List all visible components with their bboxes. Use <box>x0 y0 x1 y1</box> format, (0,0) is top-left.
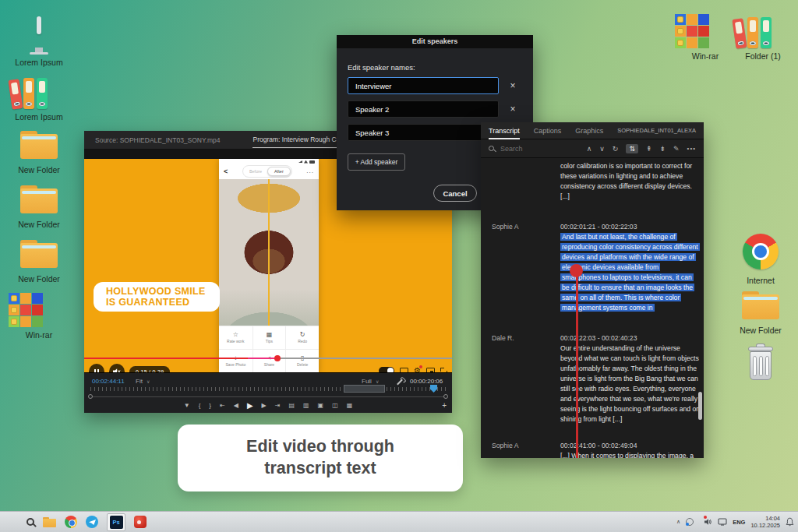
find-next-icon[interactable]: ∨ <box>599 145 605 153</box>
remove-speaker-icon[interactable]: × <box>507 103 519 115</box>
folder-icon <box>20 185 58 213</box>
desktop-icon-winrar-right[interactable]: Win-rar <box>675 14 736 61</box>
transcript-entry[interactable]: color calibration is so important to cor… <box>492 161 694 202</box>
zoom-handle-left[interactable] <box>88 394 93 399</box>
desktop-icon-new-folder-1[interactable]: New Folder <box>9 131 69 174</box>
speaker-name-input-1[interactable] <box>348 77 499 94</box>
transcript-text[interactable]: [...] When it comes to displaying the im… <box>560 451 699 458</box>
speaker-visibility-icon[interactable]: ⇅ <box>626 144 638 153</box>
language-indicator[interactable]: ENG <box>733 519 745 526</box>
volume-tray-icon[interactable] <box>704 518 712 526</box>
go-to-out-button[interactable]: ⇥ <box>275 402 281 410</box>
speaker-name-input-3[interactable] <box>348 124 499 141</box>
photoshop-taskbar-icon[interactable]: Ps <box>107 513 125 531</box>
tab-source-monitor[interactable]: Source: SOPHIEDALE_INT03_SONY.mp4 <box>95 136 220 144</box>
play-button[interactable]: ▶ <box>247 402 253 410</box>
transcript-toolbar: Search ∧ ∨ ↻ ⇅ ⇞ ⇟ ✎ ••• <box>481 139 704 158</box>
red-app-taskbar-icon[interactable] <box>134 516 147 528</box>
extract-button[interactable]: ▥ <box>303 402 309 410</box>
video-progress-buffer <box>248 358 277 359</box>
search-input[interactable]: Search <box>500 145 523 153</box>
telegram-taskbar-icon[interactable] <box>86 516 98 528</box>
sync-status-icon[interactable] <box>686 518 694 526</box>
video-progress-handle[interactable] <box>274 355 281 361</box>
zoom-dropdown[interactable]: Full∨ <box>362 378 379 385</box>
binders-icon <box>733 16 773 48</box>
refresh-transcript-icon[interactable]: ↻ <box>613 145 619 153</box>
step-back-button[interactable]: ◀ <box>234 402 238 410</box>
pause-button[interactable] <box>89 364 104 372</box>
desktop-icon-folder-1[interactable]: Folder (1) <box>733 16 793 61</box>
file-explorer-icon[interactable] <box>43 517 56 527</box>
add-marker-button[interactable]: ▼ <box>184 402 190 410</box>
desktop-icon-new-folder-2[interactable]: New Folder <box>9 185 69 229</box>
desktop-icon-internet[interactable]: Internet <box>730 234 791 285</box>
phone-action: ☆Rate work <box>219 326 252 349</box>
zoom-scrollbar[interactable] <box>92 396 444 397</box>
playhead-marker[interactable] <box>430 385 437 393</box>
mark-in-button[interactable]: { <box>199 402 201 410</box>
clock[interactable]: 14:04 10.12.2025 <box>750 515 780 529</box>
folder-icon <box>742 291 779 319</box>
before-after-toggle: Before After <box>242 165 292 178</box>
overlay-toggle[interactable] <box>379 367 394 372</box>
desktop-icon-winrar-left[interactable]: Win-rar <box>9 293 69 340</box>
desktop-icon-new-folder-3[interactable]: New Folder <box>9 240 69 284</box>
lift-button[interactable]: ▤ <box>288 402 295 410</box>
speaker-name-input-2[interactable] <box>348 100 499 118</box>
wrench-settings-icon[interactable] <box>397 379 403 386</box>
tab-transcript[interactable]: Transcript <box>489 127 520 135</box>
transcript-text[interactable]: Our entire understanding of the universe… <box>560 344 699 425</box>
fit-dropdown[interactable]: Fit∨ <box>136 378 150 385</box>
folder-icon <box>20 131 58 159</box>
redo-icon: ↻ <box>300 332 305 338</box>
monitor-icon <box>18 19 60 55</box>
search-icon <box>489 146 494 151</box>
desktop-icon-recycle-bin[interactable] <box>730 343 791 385</box>
zoom-handle-right[interactable] <box>443 394 448 399</box>
multi-camera-button[interactable]: ▦ <box>347 402 353 410</box>
binders-icon <box>9 76 49 109</box>
collapse-down-icon[interactable]: ⇟ <box>660 145 666 153</box>
recycle-bin-icon <box>745 343 776 382</box>
mute-button[interactable] <box>109 364 125 372</box>
desktop-icon-lorem-ipsum-binders[interactable]: Lorem Ipsum <box>9 76 69 122</box>
dialog-title: Edit speakers <box>337 35 533 48</box>
settings-gear-icon[interactable]: ⚙ <box>414 367 421 372</box>
tab-graphics[interactable]: Graphics <box>575 127 603 135</box>
tray-expand-icon[interactable]: ∧ <box>676 519 680 525</box>
start-button[interactable] <box>6 516 18 528</box>
cancel-button[interactable]: Cancel <box>433 185 477 202</box>
notification-bell-icon[interactable] <box>786 517 794 527</box>
tab-program-monitor[interactable]: Program: Interview Rough Cut <box>252 136 341 145</box>
find-previous-icon[interactable]: ∧ <box>587 145 592 153</box>
transcript-entry[interactable]: Sophie A 00:02:41:00 - 00:02:49:04 [...]… <box>492 441 694 458</box>
more-options-icon[interactable]: ••• <box>687 145 696 152</box>
tab-captions[interactable]: Captions <box>534 127 562 135</box>
step-forward-button[interactable]: ▶ <box>262 402 267 410</box>
comparison-view-button[interactable]: ◫ <box>332 402 338 410</box>
work-area-selection[interactable] <box>344 385 385 393</box>
desktop-icon-new-folder-right[interactable]: New Folder <box>730 291 791 335</box>
drag-cursor-handle[interactable] <box>570 264 583 277</box>
collapse-up-icon[interactable]: ⇞ <box>646 145 652 153</box>
chrome-taskbar-icon[interactable] <box>65 516 77 528</box>
transcript-scrollbar[interactable] <box>698 392 702 420</box>
mark-out-button[interactable]: } <box>209 402 211 410</box>
button-editor-plus[interactable]: + <box>442 401 447 410</box>
add-speaker-button[interactable]: + Add speaker <box>348 153 405 171</box>
timeline-ruler[interactable] <box>90 387 446 391</box>
go-to-in-button[interactable]: ⇤ <box>220 402 225 410</box>
export-frame-button[interactable]: ▣ <box>318 402 324 410</box>
desktop-icon-lorem-ipsum-monitor[interactable]: Lorem Ipsum <box>9 19 69 67</box>
system-tray: ∧ ENG 14:04 10.12.2025 <box>676 512 794 532</box>
video-progress-track[interactable] <box>277 358 452 359</box>
transcript-entry[interactable]: Sophie A 00:02:01:21 - 00:02:22:03 And l… <box>492 222 694 313</box>
display-tray-icon[interactable] <box>718 518 727 526</box>
edit-transcript-icon[interactable]: ✎ <box>673 145 680 153</box>
transcript-text[interactable]: color calibration is so important to cor… <box>560 161 699 202</box>
taskbar-search-icon[interactable] <box>26 518 34 526</box>
tray-date: 10.12.2025 <box>750 522 780 529</box>
remove-speaker-icon[interactable]: × <box>507 79 519 92</box>
transcript-entry[interactable]: Dale R. 00:02:22:03 - 00:02:40:23 Our en… <box>492 333 694 425</box>
